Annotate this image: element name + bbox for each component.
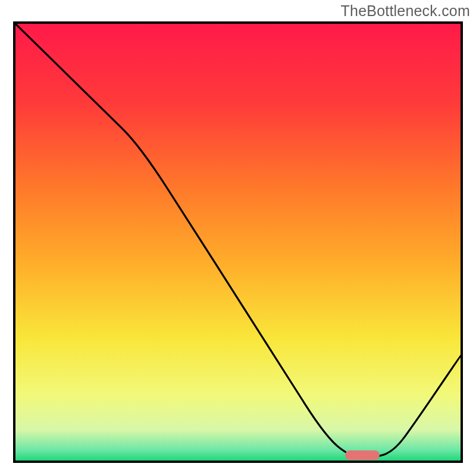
watermark-text: TheBottleneck.com (341, 2, 470, 20)
chart-container: TheBottleneck.com (0, 0, 476, 476)
bottleneck-curve (15, 24, 461, 461)
optimal-marker (345, 450, 380, 460)
plot-frame (13, 21, 463, 463)
